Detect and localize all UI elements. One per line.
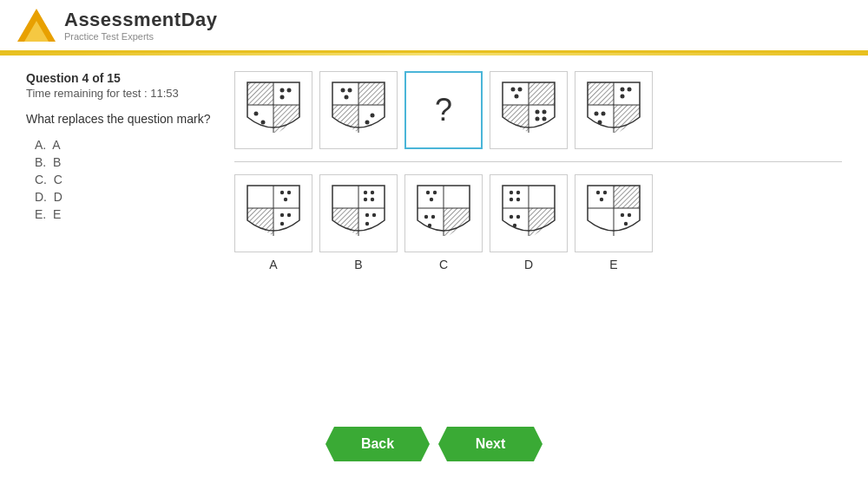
bottom-bar: Back Next: [0, 415, 868, 461]
svg-point-48: [284, 198, 287, 201]
svg-point-40: [595, 112, 599, 116]
svg-point-59: [371, 198, 374, 201]
answer-item-a[interactable]: A: [234, 174, 312, 271]
svg-point-90: [603, 191, 607, 194]
svg-rect-17: [332, 105, 358, 133]
question-info: Question 4 of 15 Time remaining for test…: [26, 71, 217, 100]
option-a[interactable]: A. A: [35, 136, 217, 154]
svg-rect-81: [529, 208, 555, 236]
main-content: Question 4 of 15 Time remaining for test…: [0, 56, 868, 280]
svg-point-15: [348, 88, 352, 93]
svg-point-8: [254, 112, 259, 116]
logo-icon: [17, 9, 56, 42]
svg-rect-27: [503, 105, 529, 133]
svg-point-41: [602, 112, 606, 116]
right-panel: ?: [234, 71, 842, 271]
svg-point-14: [341, 88, 345, 93]
svg-point-19: [365, 121, 370, 125]
option-b[interactable]: B. B: [35, 154, 217, 171]
svg-point-18: [371, 114, 375, 118]
answer-label-d: D: [524, 258, 533, 271]
svg-point-92: [621, 213, 624, 217]
svg-point-47: [287, 191, 291, 194]
svg-point-5: [287, 88, 292, 93]
svg-point-93: [628, 213, 631, 217]
svg-point-31: [542, 117, 547, 121]
svg-point-25: [518, 88, 523, 92]
svg-point-6: [280, 95, 285, 100]
svg-point-94: [624, 222, 628, 225]
option-d[interactable]: D. D: [35, 188, 217, 206]
shield-q1: [234, 71, 312, 149]
answer-item-b[interactable]: B: [319, 174, 398, 271]
divider: [234, 161, 842, 162]
svg-point-24: [511, 88, 516, 92]
svg-point-28: [536, 110, 540, 114]
logo-title: AssessmentDay: [64, 9, 217, 31]
option-c[interactable]: C. C: [35, 171, 217, 188]
svg-point-63: [365, 222, 369, 225]
svg-point-37: [628, 88, 632, 92]
svg-rect-35: [588, 82, 614, 105]
svg-rect-49: [247, 208, 273, 236]
svg-rect-60: [332, 208, 358, 236]
option-e[interactable]: E. E: [35, 206, 217, 223]
shield-e[interactable]: [575, 174, 653, 252]
back-button[interactable]: Back: [326, 427, 430, 461]
header: AssessmentDay Practice Test Experts: [0, 0, 868, 53]
svg-rect-23: [529, 82, 555, 105]
svg-point-51: [287, 213, 291, 217]
next-button[interactable]: Next: [438, 427, 542, 461]
svg-rect-70: [444, 208, 470, 236]
svg-rect-3: [247, 82, 273, 105]
svg-point-50: [280, 213, 284, 217]
svg-point-57: [371, 191, 374, 194]
answer-item-c[interactable]: C: [404, 174, 483, 271]
logo-subtitle: Practice Test Experts: [64, 31, 217, 42]
svg-point-77: [510, 191, 513, 194]
shield-b[interactable]: [319, 174, 398, 252]
svg-point-73: [428, 224, 431, 227]
svg-point-62: [372, 213, 376, 217]
time-remaining: Time remaining for test : 11:53: [26, 87, 217, 100]
svg-point-38: [621, 95, 625, 99]
shield-c[interactable]: [404, 174, 483, 252]
svg-point-80: [516, 198, 520, 201]
svg-point-82: [510, 215, 513, 219]
svg-point-79: [510, 198, 513, 201]
answer-label-a: A: [269, 258, 277, 271]
svg-point-91: [600, 198, 603, 201]
answer-label-c: C: [439, 258, 448, 271]
question-number: Question 4 of 15: [26, 71, 217, 85]
svg-rect-13: [358, 82, 385, 105]
shield-d[interactable]: [490, 174, 568, 252]
svg-point-61: [365, 213, 369, 217]
svg-point-46: [280, 191, 284, 194]
svg-point-9: [261, 121, 266, 125]
left-panel: Question 4 of 15 Time remaining for test…: [26, 71, 217, 271]
svg-rect-7: [273, 105, 299, 133]
answer-item-e[interactable]: E: [575, 174, 653, 271]
svg-rect-88: [614, 186, 640, 208]
svg-rect-39: [614, 105, 640, 133]
svg-point-56: [364, 191, 367, 194]
svg-point-30: [536, 117, 540, 121]
svg-point-69: [430, 198, 433, 201]
svg-point-67: [426, 191, 430, 194]
answer-item-d[interactable]: D: [490, 174, 568, 271]
svg-point-84: [513, 224, 516, 227]
svg-point-26: [515, 95, 519, 99]
shield-q2: [319, 71, 398, 149]
svg-point-29: [542, 110, 547, 114]
shield-q5: [575, 71, 653, 149]
question-mark: ?: [435, 92, 452, 128]
answer-label-b: B: [354, 258, 362, 271]
shield-a[interactable]: [234, 174, 312, 252]
svg-point-68: [433, 191, 437, 194]
svg-point-36: [621, 88, 625, 92]
svg-point-4: [280, 88, 285, 93]
svg-point-71: [424, 215, 428, 219]
svg-point-42: [598, 121, 602, 125]
shield-q3-question: ?: [404, 71, 483, 149]
question-shield-row: ?: [234, 71, 653, 149]
